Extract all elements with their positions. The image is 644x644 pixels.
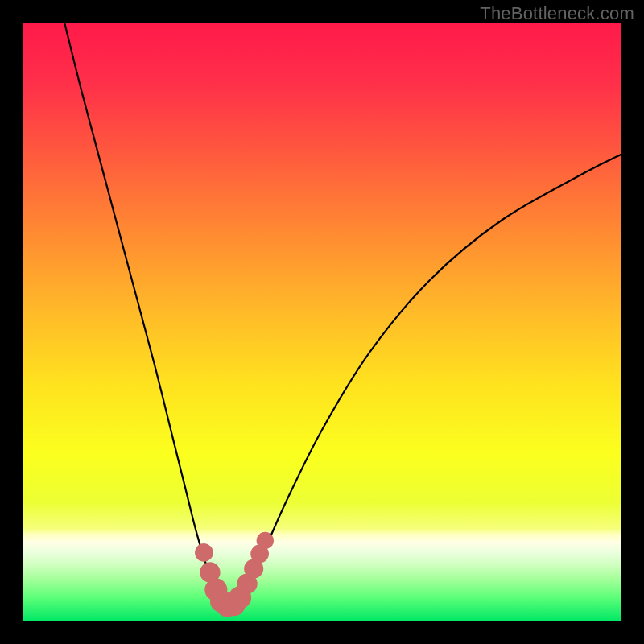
chart-svg (23, 23, 621, 621)
watermark-text: TheBottleneck.com (480, 3, 634, 24)
curve-marker (195, 543, 213, 562)
outer-frame: TheBottleneck.com (0, 0, 644, 644)
chart-background (23, 23, 621, 621)
plot-area (23, 23, 621, 621)
curve-marker (257, 532, 274, 549)
